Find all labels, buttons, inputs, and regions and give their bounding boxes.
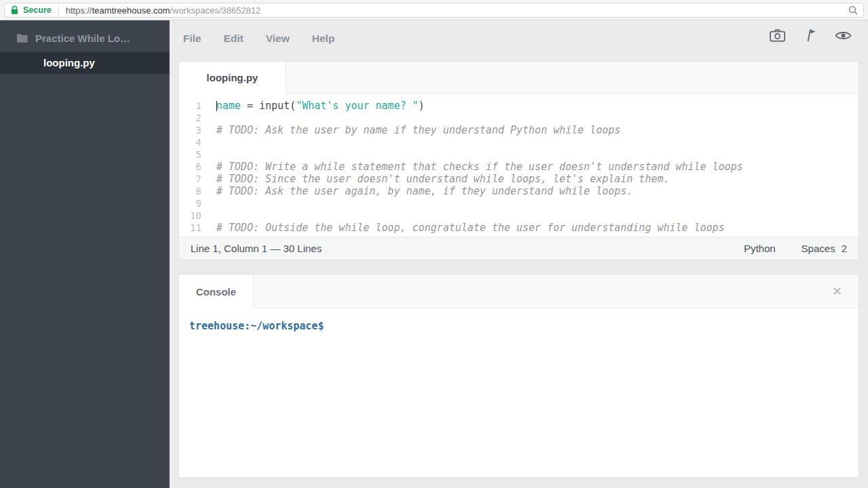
tab-looping-py[interactable]: looping.py <box>179 62 286 94</box>
terminal-prompt: treehouse:~/workspace$ <box>189 320 324 332</box>
workspace-main: File Edit View Help <box>170 20 868 488</box>
terminal[interactable]: treehouse:~/workspace$ <box>179 308 859 477</box>
zoom-icon[interactable] <box>848 5 858 15</box>
menu-edit[interactable]: Edit <box>224 33 243 45</box>
file-name: looping.py <box>43 57 95 68</box>
folder-icon <box>16 33 28 43</box>
url-scheme: https:// <box>66 5 92 16</box>
lock-icon <box>10 5 19 15</box>
indent-selector[interactable]: Spaces 2 <box>802 243 847 254</box>
cursor-position: Line 1, Column 1 — 30 Lines <box>191 243 321 254</box>
line-numbers: 1234567891011 <box>179 100 210 237</box>
indent-value: 2 <box>842 243 847 254</box>
editor-tab-label: looping.py <box>207 72 258 83</box>
url-bar[interactable]: Secure https://teamtreehouse.com/workspa… <box>4 3 864 18</box>
code-editor[interactable]: 1234567891011 name = input("What's your … <box>179 94 859 237</box>
file-sidebar: Practice While Lo… looping.py <box>0 20 170 488</box>
url-text: https://teamtreehouse.com/workspaces/386… <box>66 5 261 16</box>
menu-file[interactable]: File <box>183 33 201 45</box>
console-tab-label: Console <box>196 286 236 298</box>
secure-label: Secure <box>23 5 52 15</box>
code-lines: name = input("What's your name? ")# TODO… <box>210 100 859 237</box>
editor-tabbar-filler <box>286 62 859 94</box>
project-name: Practice While Lo… <box>35 33 130 44</box>
eye-icon[interactable] <box>835 30 852 41</box>
menu-view[interactable]: View <box>266 33 290 45</box>
sidebar-project[interactable]: Practice While Lo… <box>0 20 170 52</box>
toolbar-icons <box>770 28 852 42</box>
editor-statusbar: Line 1, Column 1 — 30 Lines Python Space… <box>179 237 859 260</box>
flag-icon[interactable] <box>804 28 816 42</box>
sidebar-item-looping-py[interactable]: looping.py <box>0 52 170 74</box>
menu-bar: File Edit View Help <box>183 27 335 50</box>
console-panel: Console ✕ treehouse:~/workspace$ <box>178 274 859 478</box>
browser-chrome: Secure https://teamtreehouse.com/workspa… <box>0 0 868 20</box>
editor-tabbar: looping.py <box>179 62 859 94</box>
url-separator <box>58 5 59 15</box>
console-tabbar-filler: ✕ <box>254 274 859 308</box>
language-selector[interactable]: Python <box>744 243 776 254</box>
close-icon[interactable]: ✕ <box>832 285 842 298</box>
tab-console[interactable]: Console <box>179 274 254 308</box>
indent-label: Spaces <box>802 243 835 254</box>
menu-help[interactable]: Help <box>312 33 335 45</box>
console-tabbar: Console ✕ <box>179 274 859 308</box>
statusbar-right: Python Spaces 2 <box>744 243 847 254</box>
editor-panel: looping.py 1234567891011 name = input("W… <box>178 61 859 260</box>
url-host: teamtreehouse.com <box>92 5 170 16</box>
url-path: /workspaces/38652812 <box>170 5 261 16</box>
camera-icon[interactable] <box>770 29 785 42</box>
